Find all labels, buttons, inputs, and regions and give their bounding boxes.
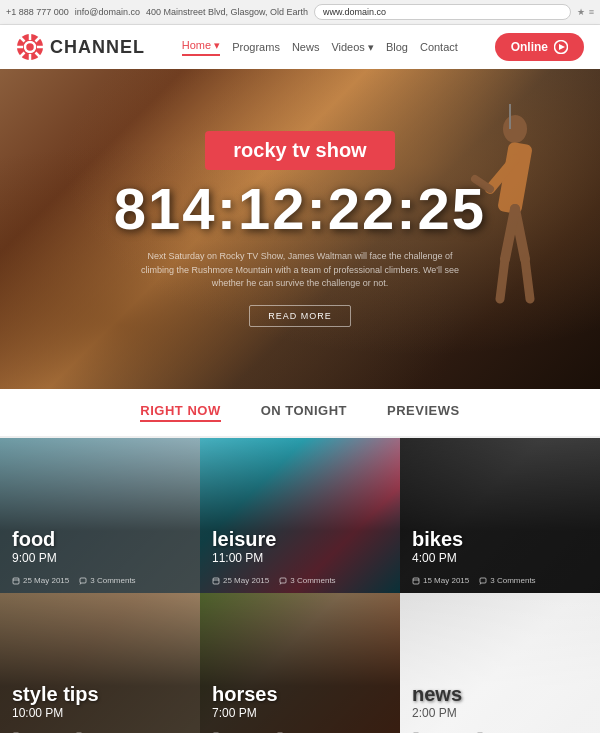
comment-icon <box>279 577 287 585</box>
show-name-news: news <box>412 684 462 704</box>
svg-line-24 <box>80 583 81 585</box>
show-meta-leisure: 25 May 2015 3 Comments <box>212 576 336 585</box>
show-badge: rocky tv show <box>205 131 394 170</box>
star-icon[interactable]: ★ <box>577 7 585 17</box>
svg-rect-29 <box>413 578 419 584</box>
show-card-news[interactable]: news 2:00 PM 21 Apr 2015 3 Comments <box>400 593 600 733</box>
tabs-row: RIGHT NOW ON TONIGHT PREVIEWS <box>0 389 600 438</box>
show-card-overlay-bikes <box>400 438 600 593</box>
show-card-content-food: food 9:00 PM <box>12 529 57 565</box>
svg-rect-27 <box>280 578 286 583</box>
hero-section: rocky tv show 814:12:22:25 Next Saturday… <box>0 69 600 389</box>
show-time-style-tips: 10:00 PM <box>12 706 99 720</box>
browser-address: 400 Mainstreet Blvd, Glasgow, Old Earth <box>146 7 308 17</box>
show-card-leisure[interactable]: leisure 11:00 PM 25 May 2015 3 Comments <box>200 438 400 593</box>
nav-home[interactable]: Home ▾ <box>182 39 220 56</box>
nav-news[interactable]: News <box>292 41 320 53</box>
show-card-content-bikes: bikes 4:00 PM <box>412 529 463 565</box>
nav-contact[interactable]: Contact <box>420 41 458 53</box>
show-name-horses: horses <box>212 684 278 704</box>
svg-rect-23 <box>80 578 86 583</box>
show-time-news: 2:00 PM <box>412 706 462 720</box>
nav-blog[interactable]: Blog <box>386 41 408 53</box>
logo[interactable]: CHANNEL <box>16 33 145 61</box>
menu-icon[interactable]: ≡ <box>589 7 594 17</box>
svg-rect-25 <box>213 578 219 584</box>
logo-icon <box>16 33 44 61</box>
hero-content: rocky tv show 814:12:22:25 Next Saturday… <box>0 69 600 389</box>
comment-icon <box>479 577 487 585</box>
calendar-icon <box>212 577 220 585</box>
svg-line-32 <box>480 583 481 585</box>
browser-url-bar[interactable]: www.domain.co <box>314 4 571 20</box>
show-card-content-leisure: leisure 11:00 PM <box>212 529 276 565</box>
show-card-style-tips[interactable]: style tips 10:00 PM 7 May 2015 3 Comment… <box>0 593 200 733</box>
show-time-leisure: 11:00 PM <box>212 551 276 565</box>
logo-text: CHANNEL <box>50 37 145 58</box>
show-card-overlay-food <box>0 438 200 593</box>
show-date-food: 25 May 2015 <box>12 576 69 585</box>
play-icon <box>554 40 568 54</box>
nav-programs[interactable]: Programs <box>232 41 280 53</box>
shows-grid: food 9:00 PM 25 May 2015 3 Comments leis… <box>0 438 600 733</box>
show-time-food: 9:00 PM <box>12 551 57 565</box>
show-card-overlay-leisure <box>200 438 400 593</box>
online-button-label: Online <box>511 40 548 54</box>
calendar-icon <box>412 577 420 585</box>
browser-email: info@domain.co <box>75 7 140 17</box>
show-meta-bikes: 15 May 2015 3 Comments <box>412 576 536 585</box>
browser-chrome: +1 888 777 000 info@domain.co 400 Mainst… <box>0 0 600 25</box>
show-comments-leisure: 3 Comments <box>279 576 335 585</box>
show-name-style-tips: style tips <box>12 684 99 704</box>
read-more-button[interactable]: READ MORE <box>249 305 351 327</box>
show-time-bikes: 4:00 PM <box>412 551 463 565</box>
show-meta-food: 25 May 2015 3 Comments <box>12 576 136 585</box>
tab-on-tonight[interactable]: ON TONIGHT <box>261 403 347 422</box>
show-comments-bikes: 3 Comments <box>479 576 535 585</box>
show-card-food[interactable]: food 9:00 PM 25 May 2015 3 Comments <box>0 438 200 593</box>
show-name-food: food <box>12 529 57 549</box>
browser-icons: ★ ≡ <box>577 7 594 17</box>
comment-icon <box>79 577 87 585</box>
svg-line-28 <box>280 583 281 585</box>
svg-rect-31 <box>480 578 486 583</box>
show-card-horses[interactable]: horses 7:00 PM 29 Apr 2015 2 Comments <box>200 593 400 733</box>
show-card-content-horses: horses 7:00 PM <box>212 684 278 720</box>
site-header: CHANNEL Home ▾ Programs News Videos ▾ Bl… <box>0 25 600 69</box>
svg-rect-21 <box>13 578 19 584</box>
show-date-bikes: 15 May 2015 <box>412 576 469 585</box>
online-button[interactable]: Online <box>495 33 584 61</box>
tab-right-now[interactable]: RIGHT NOW <box>140 403 220 422</box>
show-time-horses: 7:00 PM <box>212 706 278 720</box>
show-card-bikes[interactable]: bikes 4:00 PM 15 May 2015 3 Comments <box>400 438 600 593</box>
svg-marker-11 <box>559 44 565 50</box>
countdown-timer: 814:12:22:25 <box>114 180 486 238</box>
show-date-leisure: 25 May 2015 <box>212 576 269 585</box>
show-card-content-style-tips: style tips 10:00 PM <box>12 684 99 720</box>
show-card-content-news: news 2:00 PM <box>412 684 462 720</box>
tab-previews[interactable]: PREVIEWS <box>387 403 460 422</box>
show-comments-food: 3 Comments <box>79 576 135 585</box>
show-name-bikes: bikes <box>412 529 463 549</box>
hero-description: Next Saturday on Rocky TV Show, James Wa… <box>130 250 470 291</box>
main-nav: Home ▾ Programs News Videos ▾ Blog Conta… <box>182 39 458 56</box>
nav-videos[interactable]: Videos ▾ <box>331 41 374 54</box>
calendar-icon <box>12 577 20 585</box>
browser-phone: +1 888 777 000 <box>6 7 69 17</box>
show-name-leisure: leisure <box>212 529 276 549</box>
